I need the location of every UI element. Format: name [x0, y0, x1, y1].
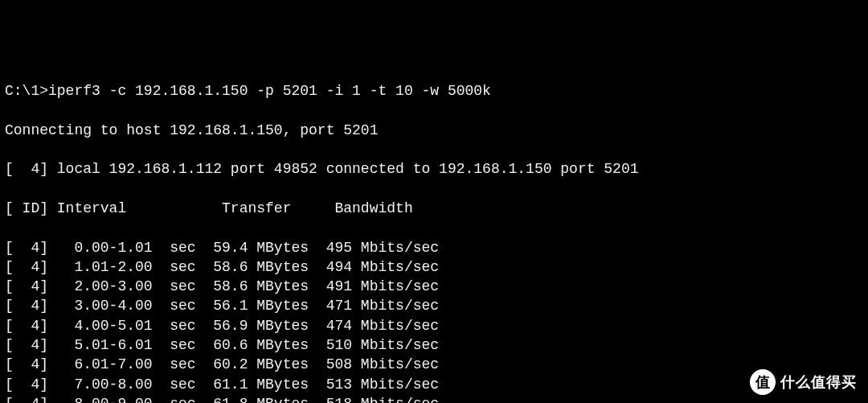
interval-rows: [ 4] 0.00-1.01 sec 59.4 MBytes 495 Mbits… — [5, 238, 863, 403]
prompt-line[interactable]: C:\1>iperf3 -c 192.168.1.150 -p 5201 -i … — [5, 81, 863, 101]
table-header: [ ID] Interval Transfer Bandwidth — [5, 199, 863, 218]
command: iperf3 -c 192.168.1.150 -p 5201 -i 1 -t … — [48, 83, 491, 99]
interval-row: [ 4] 4.00-5.01 sec 56.9 MBytes 474 Mbits… — [5, 316, 863, 335]
interval-row: [ 4] 2.00-3.00 sec 58.6 MBytes 491 Mbits… — [5, 277, 863, 296]
watermark: 值 什么值得买 — [750, 369, 857, 395]
interval-row: [ 4] 5.01-6.01 sec 60.6 MBytes 510 Mbits… — [5, 335, 863, 355]
interval-row: [ 4] 7.00-8.00 sec 61.1 MBytes 513 Mbits… — [5, 375, 863, 394]
connecting-line: Connecting to host 192.168.1.150, port 5… — [5, 121, 863, 140]
watermark-badge-icon: 值 — [750, 369, 776, 395]
watermark-text: 什么值得买 — [780, 372, 857, 392]
interval-row: [ 4] 3.00-4.00 sec 56.1 MBytes 471 Mbits… — [5, 296, 863, 315]
local-line: [ 4] local 192.168.1.112 port 49852 conn… — [5, 159, 863, 179]
interval-row: [ 4] 6.01-7.00 sec 60.2 MBytes 508 Mbits… — [5, 355, 863, 374]
interval-row: [ 4] 1.01-2.00 sec 58.6 MBytes 494 Mbits… — [5, 257, 863, 277]
interval-row: [ 4] 0.00-1.01 sec 59.4 MBytes 495 Mbits… — [5, 238, 863, 257]
prompt: C:\1> — [5, 83, 48, 99]
interval-row: [ 4] 8.00-9.00 sec 61.8 MBytes 518 Mbits… — [5, 394, 863, 403]
